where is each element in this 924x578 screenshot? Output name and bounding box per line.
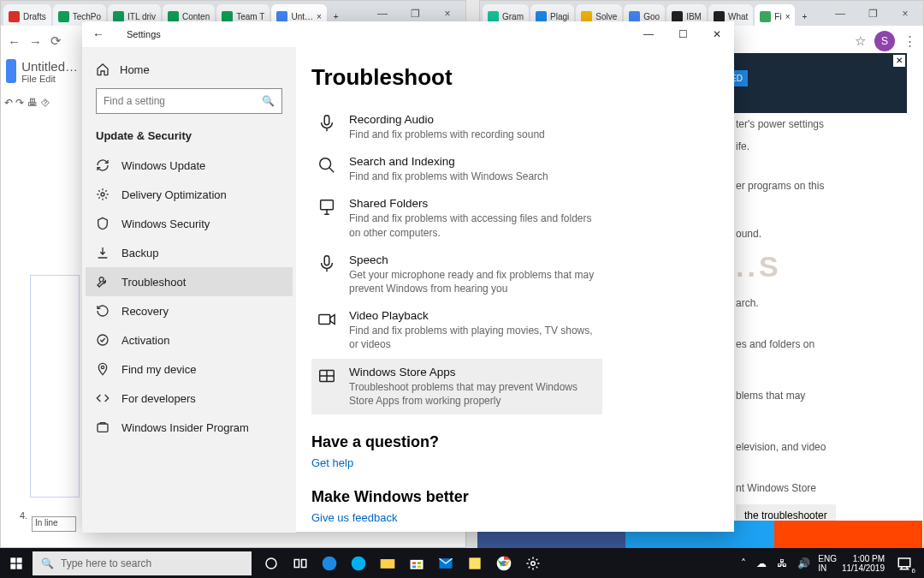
task-view-icon[interactable] — [286, 548, 315, 578]
troubleshooter-shared-folders[interactable]: Shared FoldersFind and fix problems with… — [311, 190, 602, 246]
start-button[interactable] — [0, 548, 33, 578]
svg-rect-8 — [319, 315, 330, 325]
mail-icon[interactable] — [431, 548, 460, 578]
profile-avatar[interactable]: S — [874, 31, 895, 51]
tab-label: Team T — [236, 12, 264, 21]
forward-icon[interactable]: → — [29, 34, 42, 49]
item-desc: Find and fix problems with recording sou… — [349, 128, 545, 141]
settings-taskbar-icon[interactable] — [518, 548, 548, 578]
settings-search[interactable]: Find a setting 🔍 — [96, 88, 282, 114]
edge-icon[interactable] — [315, 548, 344, 578]
tab-label: Drafts — [23, 12, 46, 21]
troubleshooter-recording-audio[interactable]: Recording AudioFind and fix problems wit… — [311, 106, 602, 148]
close-button[interactable]: × — [889, 2, 921, 26]
nav-activation[interactable]: Activation — [86, 325, 293, 355]
item-title: Recording Audio — [349, 113, 545, 126]
svg-point-0 — [101, 193, 104, 196]
nav-delivery-optimization[interactable]: Delivery Optimization — [86, 180, 293, 209]
get-help-link[interactable]: Get help — [311, 456, 719, 469]
tray-volume-icon[interactable]: 🔊 — [795, 557, 813, 569]
svg-rect-30 — [898, 558, 910, 567]
nav-for-developers[interactable]: For developers — [86, 384, 293, 413]
back-button[interactable]: ← — [92, 27, 104, 41]
delivery-icon — [96, 188, 110, 201]
nav-windows-security[interactable]: Windows Security — [86, 209, 293, 238]
home-link[interactable]: Home — [86, 56, 293, 83]
nav-windows-update[interactable]: Windows Update — [86, 151, 293, 180]
troubleshooter-speech[interactable]: SpeechGet your microphone ready and fix … — [311, 247, 602, 302]
reload-icon[interactable]: ⟳ — [50, 33, 62, 49]
svg-point-18 — [352, 556, 366, 570]
svg-rect-22 — [418, 562, 421, 564]
tab-drafts[interactable]: Drafts — [3, 4, 51, 26]
settings-sidebar: Home Find a setting 🔍 Update & Security … — [82, 47, 296, 533]
maximize-button[interactable]: ☐ — [666, 21, 700, 47]
docs-thumbnail[interactable] — [30, 275, 80, 498]
nav-recovery[interactable]: Recovery — [86, 296, 293, 325]
store-icon[interactable] — [402, 548, 431, 578]
item-title: Shared Folders — [349, 197, 597, 210]
nav-label: Backup — [121, 247, 158, 259]
nav-troubleshoot[interactable]: Troubleshoot — [86, 267, 293, 296]
speech-icon — [317, 253, 337, 274]
new-tab-button[interactable]: + — [797, 4, 812, 26]
inline-chip[interactable]: In line — [32, 516, 76, 532]
maximize-button[interactable]: ❐ — [856, 2, 889, 26]
feedback-link[interactable]: Give us feedback — [311, 511, 719, 524]
nav-label: Activation — [121, 334, 169, 347]
lang-bot: IN — [818, 563, 837, 573]
skype-icon[interactable] — [344, 548, 373, 578]
minimize-button[interactable]: — — [631, 21, 666, 47]
tray-clock[interactable]: 1:00 PM 11/14/2019 — [842, 554, 885, 573]
close-button[interactable]: ✕ — [700, 21, 734, 47]
minimize-button[interactable]: — — [824, 2, 856, 26]
tray-chevron-icon[interactable]: ˄ — [738, 557, 749, 569]
back-icon[interactable]: ← — [8, 34, 21, 49]
svg-rect-12 — [10, 563, 15, 569]
svg-rect-26 — [469, 557, 480, 569]
tab-fix[interactable]: Fi× — [755, 4, 795, 26]
tray-network-icon[interactable]: 🖧 — [774, 557, 790, 569]
share-reddit[interactable] — [774, 521, 922, 548]
troubleshooter-windows-store-apps[interactable]: Windows Store AppsTroubleshoot problems … — [311, 359, 602, 414]
troubleshooter-search-indexing[interactable]: Search and IndexingFind and fix problems… — [311, 148, 602, 190]
tray-language[interactable]: ENG IN — [818, 554, 837, 573]
svg-rect-10 — [10, 557, 15, 563]
question-heading: Have a question? — [311, 433, 719, 451]
svg-point-14 — [266, 558, 276, 569]
nav-insider-program[interactable]: Windows Insider Program — [86, 413, 293, 442]
nav-label: Windows Update — [121, 159, 205, 172]
home-label: Home — [120, 63, 150, 76]
chrome-icon[interactable] — [489, 548, 518, 578]
close-icon[interactable]: × — [785, 12, 791, 21]
ad-close-icon[interactable]: ✕ — [893, 55, 905, 67]
clock-date: 11/14/2019 — [842, 563, 885, 573]
sticky-notes-icon[interactable] — [460, 548, 489, 578]
nav-find-my-device[interactable]: Find my device — [86, 355, 293, 384]
svg-rect-20 — [411, 559, 424, 569]
nav-label: Windows Insider Program — [121, 421, 249, 434]
insider-icon — [96, 420, 110, 434]
nav-label: For developers — [121, 392, 196, 405]
item-desc: Find and fix problems with Windows Searc… — [349, 170, 548, 183]
search-placeholder: Find a setting — [104, 95, 165, 107]
close-icon[interactable]: × — [317, 12, 322, 21]
troubleshooter-video-playback[interactable]: Video PlaybackFind and fix problems with… — [311, 302, 602, 358]
docs-title[interactable]: Untitled… — [21, 59, 78, 74]
lang-top: ENG — [818, 554, 837, 563]
explorer-icon[interactable] — [373, 548, 402, 578]
item-desc: Find and fix problems with playing movie… — [349, 324, 597, 351]
docs-toolbar[interactable]: ↶ ↷ 🖶 ⯑ — [4, 97, 50, 109]
menu-icon[interactable]: ⋮ — [903, 33, 916, 49]
taskbar-search[interactable]: 🔍 Type here to search — [33, 551, 252, 575]
star-icon[interactable]: ☆ — [855, 33, 866, 49]
docs-menu[interactable]: File Edit — [21, 74, 78, 84]
cortana-icon[interactable] — [257, 548, 286, 578]
tab-label: Plagi — [550, 12, 569, 21]
tab-label: Fi — [774, 12, 781, 21]
tray-onedrive-icon[interactable]: ☁ — [754, 557, 769, 569]
nav-backup[interactable]: Backup — [86, 238, 293, 267]
better-heading: Make Windows better — [311, 488, 719, 506]
action-center-icon[interactable]: 6 — [890, 548, 919, 578]
svg-rect-11 — [17, 557, 22, 563]
